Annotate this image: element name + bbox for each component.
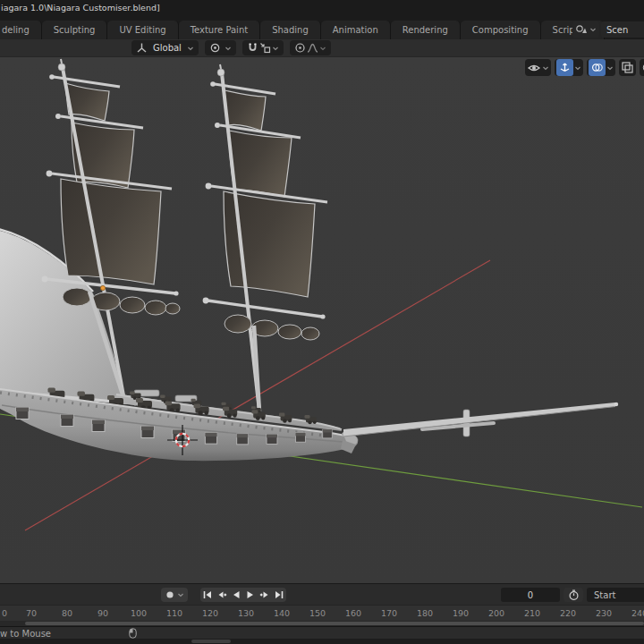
mouse-icon [129, 628, 137, 639]
ruler-frame-label: 150 [305, 608, 330, 618]
scrollbar-handle[interactable] [25, 622, 644, 625]
tab-compositing[interactable]: Compositing [461, 21, 541, 39]
auto-key-group[interactable] [161, 588, 188, 602]
tab-sculpting[interactable]: Sculpting [42, 21, 108, 39]
chevron-down-icon [542, 64, 549, 72]
ruler-frame-label: 160 [341, 608, 366, 618]
next-key-icon [259, 589, 270, 600]
xray-toggle[interactable] [619, 59, 636, 76]
skip-end-icon [274, 589, 284, 600]
ruler-frame-label: 70 [19, 608, 44, 618]
play-reverse-button[interactable] [229, 588, 243, 602]
object-visibility-dropdown[interactable] [525, 59, 551, 76]
eye-icon [527, 61, 541, 75]
ruler-frame-label: 200 [484, 608, 509, 618]
timeline-header: 0 Start 1 [0, 583, 644, 605]
scene-icon [575, 23, 588, 36]
current-frame-field[interactable]: 0 [501, 588, 560, 602]
viewport-shading-buttons[interactable] [640, 59, 644, 76]
prev-key-icon [216, 589, 227, 600]
tab-uv-editing[interactable]: UV Editing [107, 21, 178, 39]
playback-controls [200, 588, 286, 602]
ruler-frame-label: 120 [198, 608, 223, 618]
ruler-frame-label: 100 [126, 608, 151, 618]
pivot-point-icon [209, 42, 221, 54]
title-bar: iagara 1.0\Niagara Customiser.blend] [0, 0, 644, 20]
overlay-circles-icon [591, 62, 603, 73]
overlays-toggle[interactable] [587, 59, 615, 76]
statusbar-slider [191, 640, 231, 643]
jump-to-end-button[interactable] [272, 588, 286, 602]
ruler-frame-label: 240 [627, 608, 644, 618]
chevron-down-icon [606, 64, 614, 72]
ruler-frame-label: 210 [520, 608, 545, 618]
transform-orientation-dropdown[interactable]: Global [131, 40, 199, 55]
chevron-down-icon [177, 591, 184, 598]
play-icon [245, 589, 256, 600]
xray-squares-icon [621, 61, 634, 74]
ruler-frame-label: 170 [377, 608, 402, 618]
frame-start-label: Start [594, 590, 615, 600]
jump-to-start-button[interactable] [200, 588, 215, 602]
tab-shading[interactable]: Shading [260, 21, 321, 39]
axes-icon [136, 42, 148, 54]
snapping-controls[interactable] [242, 40, 284, 55]
blender-window: iagara 1.0\Niagara Customiser.blend] del… [0, 0, 644, 644]
current-frame-value: 0 [528, 590, 533, 600]
chevron-down-icon [187, 45, 194, 52]
tab-animation[interactable]: Animation [321, 21, 391, 39]
orientation-label: Global [151, 43, 183, 53]
use-preview-range-button[interactable] [564, 588, 583, 602]
prev-keyframe-button[interactable] [215, 588, 229, 602]
magnet-icon [247, 42, 258, 54]
ruler-frame-label: 80 [55, 608, 80, 618]
viewport-3d[interactable] [0, 57, 644, 583]
gizmo-arrows-icon [559, 62, 571, 73]
ruler-frame-label: 140 [269, 608, 294, 618]
pivot-point-dropdown[interactable] [205, 40, 236, 55]
chevron-down-icon [319, 45, 326, 52]
ruler-frame-label: 130 [233, 608, 258, 618]
proportional-editing-controls[interactable] [290, 40, 331, 55]
chevron-down-icon [574, 64, 581, 72]
timeline-ruler[interactable]: 0 70809010011012013014015016017018019020… [0, 605, 644, 621]
workspace-tabbar: delingSculptingUV EditingTexture PaintSh… [0, 20, 644, 39]
viewport-canvas [0, 57, 644, 583]
scene-browse-button[interactable] [572, 21, 599, 38]
keymap-hint: w to Mouse [0, 629, 51, 639]
workspace-tabs: delingSculptingUV EditingTexture PaintSh… [0, 21, 628, 39]
snap-to-icon [259, 42, 271, 54]
scene-selector: Scen [572, 21, 644, 38]
ruler-frame-label: 180 [412, 608, 437, 618]
ruler-frame-label: 90 [90, 608, 115, 618]
chevron-down-icon [589, 26, 597, 33]
tab-rendering[interactable]: Rendering [391, 21, 461, 39]
gizmos-toggle[interactable] [555, 59, 583, 76]
ruler-frame-label: 110 [162, 608, 187, 618]
proportional-edit-icon [294, 42, 306, 54]
viewport-header: Global [0, 39, 644, 57]
chevron-down-icon [272, 45, 279, 52]
tab-texture-paint[interactable]: Texture Paint [179, 21, 261, 39]
frame-start-field[interactable]: Start 1 [587, 588, 644, 602]
viewport-toggles [525, 59, 644, 76]
ruler-frame-label: 220 [555, 608, 580, 618]
chevron-down-icon [225, 45, 232, 52]
scene-name: Scen [606, 25, 628, 35]
falloff-curve-icon [307, 42, 318, 54]
window-title: iagara 1.0\Niagara Customiser.blend] [1, 3, 160, 13]
ruler-frame-label: 230 [591, 608, 616, 618]
play-button[interactable] [243, 588, 258, 602]
ruler-label-edge: 0 [0, 608, 17, 618]
stopwatch-icon [568, 589, 580, 601]
ruler-frame-label: 190 [448, 608, 473, 618]
status-bar: w to Mouse [0, 626, 644, 644]
object-origin-dot [100, 285, 105, 290]
skip-start-icon [202, 589, 213, 600]
record-icon [165, 589, 175, 600]
next-keyframe-button[interactable] [258, 588, 272, 602]
play-reverse-icon [231, 589, 242, 600]
scene-name-field[interactable]: Scen [601, 21, 644, 38]
statusbar-lower-strip [0, 639, 644, 644]
tab-deling[interactable]: deling [0, 21, 42, 39]
